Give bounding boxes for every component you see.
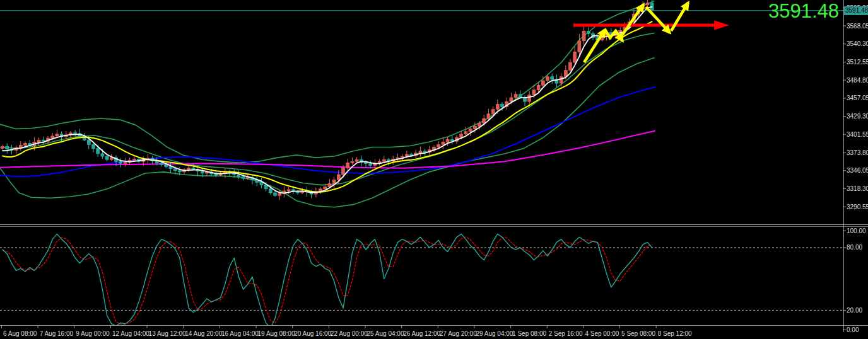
price-axis-label: 3318.30 xyxy=(847,185,868,192)
candle xyxy=(464,132,467,134)
candle xyxy=(97,149,100,154)
candle xyxy=(573,52,577,62)
candle xyxy=(560,77,563,83)
candle xyxy=(355,159,358,161)
candle xyxy=(369,163,372,165)
candle xyxy=(173,169,177,171)
candle xyxy=(478,123,481,126)
candle xyxy=(165,165,168,167)
candle xyxy=(483,118,486,123)
indicator-axis-label: 100.00 xyxy=(847,227,866,234)
current-price-tag: 3591.48 xyxy=(844,6,868,15)
candle xyxy=(269,189,272,193)
candle xyxy=(101,154,104,156)
candle xyxy=(346,163,349,168)
price-axis-label: 3429.30 xyxy=(847,113,868,120)
price-axis-label: 3346.05 xyxy=(847,167,868,174)
candle xyxy=(541,81,544,85)
chart-canvas[interactable]: 3595.803568.053540.303512.553484.803457.… xyxy=(0,0,868,339)
time-axis-label: 1 Sep 08:00 xyxy=(512,330,546,337)
price-axis-label: 3540.30 xyxy=(847,40,868,47)
candle xyxy=(110,158,113,159)
candle xyxy=(6,147,9,149)
time-axis-label: 25 Aug 04:00 xyxy=(367,330,404,337)
chart-background xyxy=(0,0,868,339)
candle xyxy=(274,193,277,195)
candle xyxy=(278,193,281,195)
current-price-readout: 3591.48 xyxy=(768,1,839,22)
candle xyxy=(37,140,40,142)
candle xyxy=(87,140,90,144)
candle xyxy=(496,104,499,109)
candle xyxy=(469,129,472,132)
candle xyxy=(124,162,127,163)
candle xyxy=(42,140,45,141)
candle xyxy=(646,3,649,5)
candle xyxy=(260,182,263,185)
candle xyxy=(569,62,572,70)
candle xyxy=(92,144,95,148)
candle xyxy=(119,161,122,163)
time-axis-label: 27 Aug 20:00 xyxy=(440,330,477,337)
candle xyxy=(582,31,585,41)
price-axis-label: 3484.80 xyxy=(847,77,868,84)
candle xyxy=(169,167,172,169)
time-axis-label: 4 Sep 00:00 xyxy=(585,330,619,337)
candle xyxy=(491,110,495,114)
candle xyxy=(528,95,531,101)
candle xyxy=(537,85,540,89)
price-axis-label: 3568.05 xyxy=(847,23,868,30)
time-axis-label: 2 Sep 16:00 xyxy=(549,330,583,337)
price-axis-label: 3290.55 xyxy=(847,204,868,210)
price-axis-label: 3373.80 xyxy=(847,149,868,156)
candle xyxy=(419,151,422,153)
candle xyxy=(578,41,581,52)
time-axis-label: 22 Aug 00:00 xyxy=(331,330,368,337)
candle xyxy=(332,180,336,183)
candle xyxy=(237,175,240,176)
candle xyxy=(24,143,27,145)
candle xyxy=(74,133,77,134)
time-axis-label: 14 Aug 20:00 xyxy=(185,330,222,337)
candle xyxy=(342,168,345,175)
time-axis-label: 5 Sep 08:00 xyxy=(621,330,655,337)
candle xyxy=(287,190,290,191)
price-axis-label: 3401.55 xyxy=(847,131,868,138)
candle xyxy=(510,98,513,101)
candle xyxy=(351,161,354,163)
time-axis-label: 6 Aug 08:00 xyxy=(3,330,37,337)
candle xyxy=(382,159,385,161)
candle xyxy=(324,187,327,189)
candle xyxy=(160,163,163,164)
time-axis-label: 9 Aug 00:00 xyxy=(76,330,110,337)
time-axis-label: 16 Aug 04:00 xyxy=(221,330,259,337)
price-axis-label: 3512.55 xyxy=(847,59,868,66)
candle xyxy=(192,168,195,170)
candle xyxy=(446,139,449,142)
indicator-axis-label: 80.00 xyxy=(847,244,862,251)
indicator-axis-label: 20.00 xyxy=(847,307,862,314)
time-axis-label: 13 Aug 12:00 xyxy=(149,330,186,337)
candle xyxy=(178,171,181,172)
candle xyxy=(337,175,340,180)
time-axis-label: 12 Aug 04:00 xyxy=(112,330,150,337)
candle xyxy=(56,134,59,136)
time-axis-label: 20 Aug 16:00 xyxy=(294,330,331,337)
candle xyxy=(264,185,267,189)
candle xyxy=(519,95,522,98)
time-axis-label: 26 Aug 12:00 xyxy=(403,330,440,337)
candle xyxy=(132,159,136,160)
candle xyxy=(546,77,549,81)
candle xyxy=(1,147,4,149)
time-axis-label: 8 Sep 12:00 xyxy=(658,330,692,337)
candle xyxy=(587,31,590,33)
candle xyxy=(532,89,536,95)
candle xyxy=(551,77,554,79)
candle xyxy=(442,142,445,144)
candle xyxy=(105,156,108,159)
candle xyxy=(437,144,440,147)
candle xyxy=(401,156,404,158)
candle xyxy=(460,134,463,137)
candle xyxy=(501,104,504,106)
time-axis-label: 7 Aug 16:00 xyxy=(40,330,74,337)
